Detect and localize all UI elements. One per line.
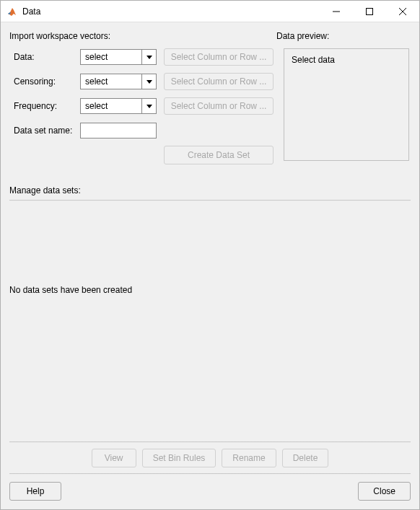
- data-label: Data:: [9, 52, 80, 62]
- data-window: Data Import workspace vectors: Data prev…: [0, 0, 420, 510]
- frequency-select[interactable]: select: [80, 98, 157, 114]
- divider: [9, 441, 411, 443]
- frequency-select-value: select: [81, 101, 141, 111]
- import-header: Import workspace vectors:: [9, 31, 276, 41]
- data-preview-panel: Select data: [284, 48, 409, 161]
- create-data-set-button[interactable]: Create Data Set: [164, 146, 274, 164]
- datasetname-label: Data set name:: [9, 126, 80, 136]
- data-select-column-button[interactable]: Select Column or Row ...: [164, 48, 274, 66]
- svg-rect-1: [367, 8, 373, 14]
- titlebar: Data: [1, 1, 419, 22]
- frequency-select-column-button[interactable]: Select Column or Row ...: [164, 97, 274, 115]
- manage-header: Manage data sets:: [9, 185, 411, 195]
- censoring-select[interactable]: select: [80, 74, 157, 89]
- chevron-down-icon: [141, 50, 156, 64]
- maximize-button[interactable]: [353, 1, 386, 22]
- rename-button[interactable]: Rename: [222, 449, 276, 467]
- set-bin-rules-button[interactable]: Set Bin Rules: [142, 449, 216, 467]
- chevron-down-icon: [141, 99, 156, 113]
- preview-header: Data preview:: [276, 31, 411, 41]
- censoring-select-column-button[interactable]: Select Column or Row ...: [164, 73, 274, 90]
- chevron-down-icon: [141, 74, 156, 89]
- delete-button[interactable]: Delete: [282, 449, 329, 467]
- data-select[interactable]: select: [80, 49, 157, 65]
- window-controls: [320, 1, 419, 22]
- datasetname-input[interactable]: [80, 123, 157, 139]
- view-button[interactable]: View: [92, 449, 136, 467]
- censoring-label: Censoring:: [9, 76, 80, 87]
- bottom-bar: Help Close: [9, 475, 411, 501]
- close-button[interactable]: [386, 1, 419, 22]
- minimize-button[interactable]: [320, 1, 353, 22]
- help-button[interactable]: Help: [9, 482, 61, 501]
- window-title: Data: [22, 6, 320, 17]
- close-dialog-button[interactable]: Close: [358, 482, 411, 501]
- censoring-select-value: select: [81, 76, 141, 87]
- content-area: Import workspace vectors: Data preview: …: [1, 22, 419, 509]
- no-data-text: No data sets have been created: [9, 285, 132, 295]
- manage-body: No data sets have been created: [9, 201, 411, 441]
- data-select-value: select: [81, 52, 141, 62]
- preview-body-text: Select data: [292, 55, 401, 65]
- manage-buttons: View Set Bin Rules Rename Delete: [9, 449, 411, 467]
- frequency-label: Frequency:: [9, 101, 80, 111]
- import-form: Data: select Select Column or Row ... Ce…: [9, 48, 276, 171]
- matlab-icon: [6, 6, 18, 17]
